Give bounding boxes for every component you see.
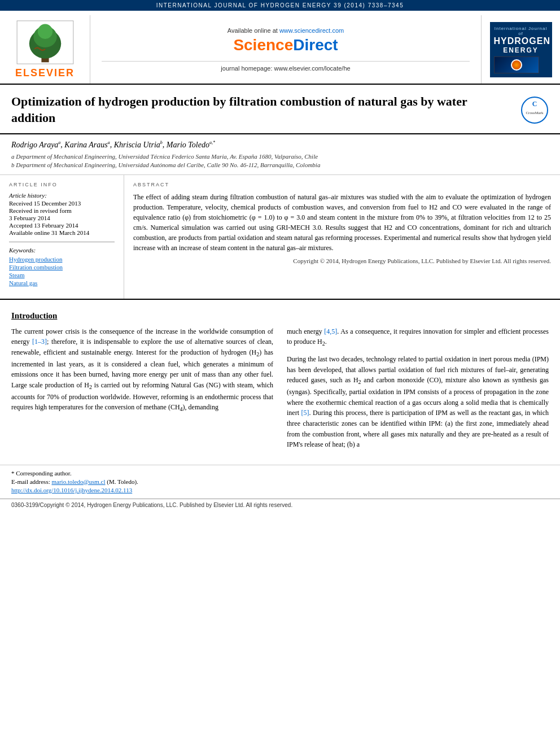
journal-top-bar: INTERNATIONAL JOURNAL OF HYDROGEN ENERGY… (0, 0, 560, 11)
journal-homepage: journal homepage: www.elsevier.com/locat… (102, 61, 470, 72)
article-title-section: Optimization of hydrogen production by f… (0, 85, 560, 134)
sciencedirect-logo: ScienceDirect (233, 36, 338, 54)
author-email-link[interactable]: mario.toledo@usm.cl (51, 478, 105, 485)
email-line: E-mail address: mario.toledo@usm.cl (M. … (11, 478, 549, 485)
elsevier-text: ELSEVIER (15, 67, 75, 79)
author-karina: Karina Araus (64, 141, 107, 149)
received-1: Received 15 December 2013 (9, 200, 115, 207)
footnotes: * Corresponding author. E-mail address: … (0, 465, 560, 499)
intro-left-text: The current power crisis is the conseque… (11, 326, 273, 414)
received-revised-label: Received in revised form (9, 207, 115, 214)
abstract-copyright: Copyright © 2014, Hydrogen Energy Public… (133, 257, 551, 264)
affiliation-a: a Department of Mechanical Engineering, … (11, 153, 549, 160)
article-info-label: ARTICLE INFO (9, 182, 115, 187)
doi-line: http://dx.doi.org/10.1016/j.ijhydene.201… (11, 487, 549, 493)
journal-header-text: INTERNATIONAL JOURNAL OF HYDROGEN ENERGY… (156, 2, 404, 8)
author-khriscia: Khriscia Utria (114, 141, 160, 149)
ref-link-2[interactable]: [4,5] (324, 327, 337, 335)
revised-date: 3 February 2014 (9, 215, 115, 221)
elsevier-logo-block: ELSEVIER (0, 15, 90, 84)
two-column-body: The current power crisis is the conseque… (11, 326, 549, 456)
abstract-panel: ABSTRACT The effect of adding steam duri… (124, 175, 560, 299)
header-center: Available online at www.sciencedirect.co… (90, 15, 481, 84)
journal-logo: International Journal of HYDROGEN ENERGY (490, 22, 552, 77)
journal-logo-graphic (494, 56, 539, 73)
keyword-1[interactable]: Hydrogen production (9, 256, 115, 263)
ref-link-1[interactable]: [1–3] (32, 338, 47, 346)
abstract-label: ABSTRACT (133, 182, 551, 187)
main-content-block: ARTICLE INFO Article history: Received 1… (0, 175, 560, 300)
email-name: (M. Toledo). (107, 478, 138, 485)
intro-right-text-2: During the last two decades, technology … (287, 354, 549, 450)
authors-line: Rodrigo Arayaa, Karina Arausa, Khriscia … (11, 140, 549, 150)
keyword-2[interactable]: Filtration combustion (9, 264, 115, 270)
author-mario: Mario Toledo (167, 141, 209, 149)
intro-right-text: much energy [4,5]. As a consequence, it … (287, 326, 549, 348)
history-label: Article history: (9, 192, 115, 199)
journal-logo-intl: International Journal of (494, 26, 548, 36)
divider (9, 242, 115, 242)
footer-text: 0360-3199/Copyright © 2014, Hydrogen Ene… (11, 502, 292, 508)
svg-text:CrossMark: CrossMark (526, 111, 544, 115)
journal-logo-box: International Journal of HYDROGEN ENERGY (481, 15, 560, 84)
corresponding-author-note: * Corresponding author. (11, 470, 549, 477)
keywords-label: Keywords: (9, 247, 115, 254)
affiliation-b: b Department of Mechanical Engineering, … (11, 161, 549, 168)
body-content: Introduction The current power crisis is… (0, 300, 560, 465)
svg-text:C: C (532, 100, 537, 108)
available-online: Available online 31 March 2014 (9, 229, 115, 236)
keywords-group: Keywords: Hydrogen production Filtration… (9, 247, 115, 286)
footer-bar: 0360-3199/Copyright © 2014, Hydrogen Ene… (0, 499, 560, 511)
svg-point-3 (37, 24, 52, 39)
available-online-text: Available online at www.sciencedirect.co… (228, 27, 344, 34)
journal-logo-circle (511, 59, 522, 71)
left-column: The current power crisis is the conseque… (11, 326, 273, 456)
intro-heading: Introduction (11, 311, 549, 321)
doi-link[interactable]: http://dx.doi.org/10.1016/j.ijhydene.201… (11, 487, 132, 493)
keyword-4[interactable]: Natural gas (9, 279, 115, 286)
journal-logo-hydrogen: HYDROGEN (494, 36, 548, 46)
right-column: much energy [4,5]. As a consequence, it … (287, 326, 549, 456)
article-info-panel: ARTICLE INFO Article history: Received 1… (0, 175, 124, 299)
journal-header: ELSEVIER Available online at www.science… (0, 11, 560, 85)
accepted: Accepted 13 February 2014 (9, 222, 115, 229)
authors-section: Rodrigo Arayaa, Karina Arausa, Khriscia … (0, 134, 560, 175)
author-rodrigo: Rodrigo Araya (11, 141, 58, 149)
article-title: Optimization of hydrogen production by f… (11, 94, 474, 126)
journal-logo-energy: ENERGY (494, 46, 548, 54)
article-history: Article history: Received 15 December 20… (9, 192, 115, 236)
ref-link-3[interactable]: [5] (301, 409, 309, 417)
sciencedirect-link[interactable]: www.sciencedirect.com (279, 27, 344, 34)
crossmark-logo[interactable]: C CrossMark (520, 96, 549, 126)
abstract-text: The effect of adding steam during filtra… (133, 192, 551, 253)
keyword-3[interactable]: Steam (9, 272, 115, 278)
